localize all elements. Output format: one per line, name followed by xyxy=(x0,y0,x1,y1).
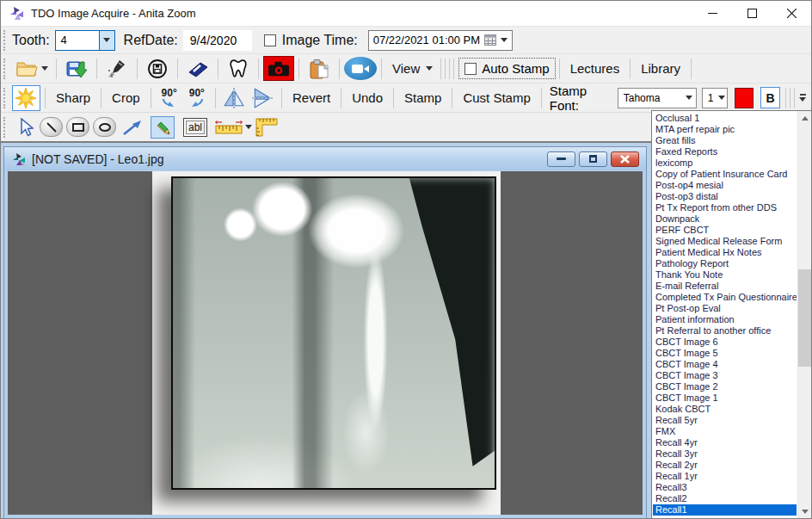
list-item[interactable]: E-mail Referral xyxy=(653,281,797,292)
list-item[interactable]: CBCT Image 1 xyxy=(653,392,797,404)
list-item[interactable]: PERF CBCT xyxy=(653,225,797,236)
font-combobox[interactable]: Tahoma xyxy=(618,88,697,108)
list-item[interactable]: MTA perf repair pic xyxy=(653,124,797,135)
child-restore-button[interactable] xyxy=(579,151,607,167)
tooth-dropdown-button[interactable] xyxy=(99,31,114,50)
revert-button[interactable]: Revert xyxy=(286,85,336,111)
list-item[interactable]: CBCT Image 3 xyxy=(653,370,797,381)
auto-stamp-checkbox[interactable] xyxy=(464,63,477,75)
scroll-down-button[interactable] xyxy=(798,504,812,518)
list-item[interactable]: Recall3 xyxy=(653,482,797,493)
list-item[interactable]: CBCT Image 6 xyxy=(653,337,797,348)
sharp-button[interactable]: Sharp xyxy=(50,85,96,111)
close-button[interactable] xyxy=(772,1,811,26)
list-scrollbar[interactable] xyxy=(797,111,811,518)
library-button[interactable]: Library xyxy=(635,56,686,82)
image-child-window[interactable]: [NOT SAVED] - Leo1.jpg xyxy=(3,146,647,519)
stamp-color-swatch[interactable] xyxy=(735,88,754,108)
list-item[interactable]: Kodak CBCT xyxy=(653,404,797,415)
list-item[interactable]: Recall 1yr xyxy=(653,471,797,482)
list-item[interactable]: Signed Medical Release Form xyxy=(653,236,797,247)
toolbar-grip[interactable] xyxy=(3,88,7,108)
list-item[interactable]: Completed Tx Pain Questionnaire xyxy=(653,292,797,303)
list-item[interactable]: Patient information xyxy=(653,314,797,325)
tooth-combobox[interactable]: 4 xyxy=(55,30,115,51)
list-item[interactable]: Recall2 xyxy=(653,493,797,504)
arrow-tool-button[interactable] xyxy=(118,114,147,140)
stamp-button[interactable]: Stamp xyxy=(398,85,447,111)
list-item[interactable]: Pt Tx Report from other DDS xyxy=(653,202,797,213)
list-item[interactable]: Great fills xyxy=(653,135,797,146)
capture-camera-button[interactable] xyxy=(263,56,294,81)
child-close-button[interactable] xyxy=(611,151,639,167)
crop-button[interactable]: Crop xyxy=(106,85,146,111)
list-item[interactable]: Pt Referral to another office xyxy=(653,325,797,337)
list-item[interactable]: Faxed Reports xyxy=(653,146,797,158)
rotate-right-button[interactable]: 90° xyxy=(183,85,211,111)
pencil-tool-button[interactable] xyxy=(151,116,175,139)
image-time-checkbox[interactable] xyxy=(264,34,276,46)
undo-button[interactable]: Undo xyxy=(346,85,389,111)
list-item[interactable]: Recall 4yr xyxy=(653,437,797,448)
list-item[interactable]: Recall1 xyxy=(653,504,797,516)
child-minimize-button[interactable] xyxy=(547,151,575,167)
list-item[interactable]: Pt Post-op Eval xyxy=(653,303,797,314)
text-tool-button[interactable]: abl xyxy=(183,118,207,137)
tooth-button[interactable] xyxy=(223,56,254,82)
list-item[interactable]: lexicomp xyxy=(653,158,797,169)
refdate-field[interactable]: 9/4/2020 xyxy=(183,30,252,51)
video-capture-button[interactable] xyxy=(344,57,377,80)
list-item[interactable]: Recall 5yr xyxy=(653,415,797,426)
scrollbar-thumb[interactable] xyxy=(798,269,812,367)
image-time-picker[interactable]: 07/22/2021 01:00 PM xyxy=(368,30,513,51)
toolbar-grip[interactable] xyxy=(3,117,7,138)
list-item[interactable]: FMX xyxy=(653,426,797,437)
auto-stamp-control[interactable]: Auto Stamp xyxy=(459,59,554,78)
scroll-up-button[interactable] xyxy=(798,111,812,125)
line-tool-button[interactable] xyxy=(40,117,63,137)
xray-image[interactable] xyxy=(171,176,496,490)
list-item[interactable]: CBCT Image 5 xyxy=(653,348,797,359)
list-item[interactable]: Recall 2yr xyxy=(653,460,797,471)
save-button[interactable] xyxy=(61,56,92,82)
toolbar-overflow-button[interactable] xyxy=(797,91,809,104)
view-button[interactable]: View xyxy=(386,56,439,82)
font-size-combobox[interactable]: 1 xyxy=(702,88,728,108)
list-item[interactable]: Thank You Note xyxy=(653,269,797,281)
paste-button[interactable] xyxy=(304,56,335,82)
scan-button[interactable] xyxy=(182,56,213,82)
scan-icon xyxy=(187,59,209,79)
list-item[interactable]: Patient Medical Hx Notes xyxy=(653,247,797,258)
ellipse-tool-button[interactable] xyxy=(93,117,116,137)
list-item[interactable]: Recall 3yr xyxy=(653,448,797,460)
list-item[interactable]: Post-op3 distal xyxy=(653,191,797,202)
list-item[interactable]: Copy of Patient Insurance Card xyxy=(653,169,797,180)
child-title-bar[interactable]: [NOT SAVED] - Leo1.jpg xyxy=(4,147,646,170)
maximize-button[interactable] xyxy=(732,1,772,26)
save-circle-button[interactable] xyxy=(142,56,173,82)
open-folder-button[interactable] xyxy=(12,56,52,82)
brightness-button[interactable] xyxy=(12,85,40,111)
rotate-left-button[interactable]: 90° xyxy=(156,85,183,111)
clean-brush-button[interactable] xyxy=(102,56,132,82)
list-item[interactable]: Downpack xyxy=(653,213,797,225)
list-item[interactable]: CBCT Image 2 xyxy=(653,381,797,392)
list-item[interactable]: Occlusal 1 xyxy=(653,113,797,124)
ruler-tool-button[interactable] xyxy=(214,114,252,140)
cust-stamp-button[interactable]: Cust Stamp xyxy=(457,85,536,111)
list-item[interactable]: Pathology Report xyxy=(653,258,797,269)
list-item[interactable]: Post-op4 mesial xyxy=(653,180,797,191)
select-cursor-button[interactable] xyxy=(12,114,38,140)
list-item[interactable]: CBCT Image 4 xyxy=(653,359,797,370)
angle-ruler-tool-button[interactable] xyxy=(252,114,281,140)
flip-horizontal-button[interactable] xyxy=(220,85,249,111)
flip-vertical-button[interactable] xyxy=(249,85,277,111)
toolbar-grip[interactable] xyxy=(3,59,7,79)
minimize-button[interactable] xyxy=(692,1,732,26)
toolbar-grip[interactable] xyxy=(3,30,7,51)
rectangle-tool-button[interactable] xyxy=(66,117,89,137)
rotate-right-label: 90° xyxy=(189,89,205,98)
flip-vertical-icon xyxy=(252,87,273,109)
bold-button[interactable]: B xyxy=(760,87,780,108)
lectures-button[interactable]: Lectures xyxy=(564,56,626,82)
